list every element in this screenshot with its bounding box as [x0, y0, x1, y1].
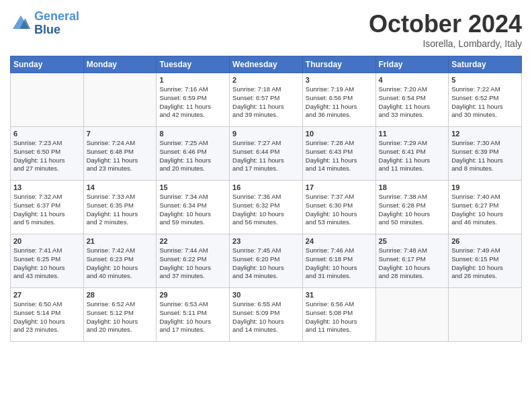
day-number: 25 — [379, 237, 446, 245]
day-number: 15 — [159, 183, 226, 191]
calendar-cell — [11, 73, 84, 127]
calendar-cell: 26Sunrise: 7:49 AM Sunset: 6:15 PM Dayli… — [449, 234, 522, 288]
cell-content: Sunrise: 7:30 AM Sunset: 6:39 PM Dayligh… — [451, 139, 519, 173]
calendar-cell: 27Sunrise: 6:50 AM Sunset: 5:14 PM Dayli… — [11, 288, 84, 342]
day-number: 24 — [306, 237, 373, 245]
cell-content: Sunrise: 7:24 AM Sunset: 6:48 PM Dayligh… — [87, 139, 154, 173]
location-subtitle: Isorella, Lombardy, Italy — [369, 38, 522, 49]
day-number: 1 — [159, 76, 226, 84]
cell-content: Sunrise: 7:28 AM Sunset: 6:43 PM Dayligh… — [306, 139, 373, 173]
cell-content: Sunrise: 7:27 AM Sunset: 6:44 PM Dayligh… — [232, 139, 300, 173]
day-number: 9 — [232, 130, 300, 138]
day-number: 20 — [13, 237, 81, 245]
day-number: 13 — [13, 183, 81, 191]
calendar-cell — [449, 288, 522, 342]
cell-content: Sunrise: 7:41 AM Sunset: 6:25 PM Dayligh… — [13, 246, 81, 281]
cell-content: Sunrise: 7:37 AM Sunset: 6:30 PM Dayligh… — [306, 193, 373, 227]
day-number: 2 — [232, 76, 300, 84]
cell-content: Sunrise: 7:48 AM Sunset: 6:17 PM Dayligh… — [379, 246, 446, 281]
calendar-cell: 1Sunrise: 7:16 AM Sunset: 6:59 PM Daylig… — [157, 73, 230, 127]
calendar-cell: 12Sunrise: 7:30 AM Sunset: 6:39 PM Dayli… — [449, 127, 522, 181]
calendar-cell: 7Sunrise: 7:24 AM Sunset: 6:48 PM Daylig… — [83, 127, 157, 181]
calendar-cell: 22Sunrise: 7:44 AM Sunset: 6:22 PM Dayli… — [157, 234, 230, 288]
calendar-cell: 23Sunrise: 7:45 AM Sunset: 6:20 PM Dayli… — [230, 234, 303, 288]
cell-content: Sunrise: 7:20 AM Sunset: 6:54 PM Dayligh… — [379, 85, 446, 120]
cell-content: Sunrise: 7:19 AM Sunset: 6:56 PM Dayligh… — [306, 85, 373, 120]
day-number: 3 — [306, 76, 373, 84]
calendar-cell: 28Sunrise: 6:52 AM Sunset: 5:12 PM Dayli… — [83, 288, 157, 342]
weekday-header: Monday — [83, 56, 157, 73]
weekday-header: Sunday — [11, 56, 84, 73]
calendar-table: SundayMondayTuesdayWednesdayThursdayFrid… — [10, 56, 522, 342]
calendar-week-row: 27Sunrise: 6:50 AM Sunset: 5:14 PM Dayli… — [11, 288, 522, 342]
cell-content: Sunrise: 7:25 AM Sunset: 6:46 PM Dayligh… — [159, 139, 226, 173]
day-number: 14 — [87, 183, 154, 191]
day-number: 21 — [87, 237, 154, 245]
day-number: 18 — [379, 183, 446, 191]
calendar-week-row: 1Sunrise: 7:16 AM Sunset: 6:59 PM Daylig… — [11, 73, 522, 127]
cell-content: Sunrise: 7:38 AM Sunset: 6:28 PM Dayligh… — [379, 193, 446, 227]
calendar-cell: 24Sunrise: 7:46 AM Sunset: 6:18 PM Dayli… — [302, 234, 375, 288]
calendar-cell: 17Sunrise: 7:37 AM Sunset: 6:30 PM Dayli… — [302, 181, 375, 234]
calendar-cell — [375, 288, 449, 342]
logo-icon — [10, 13, 32, 34]
day-number: 19 — [451, 183, 519, 191]
calendar-cell: 16Sunrise: 7:36 AM Sunset: 6:32 PM Dayli… — [230, 181, 303, 234]
day-number: 28 — [87, 291, 154, 299]
day-number: 27 — [13, 291, 81, 299]
calendar-cell: 29Sunrise: 6:53 AM Sunset: 5:11 PM Dayli… — [157, 288, 230, 342]
weekday-header: Friday — [375, 56, 449, 73]
cell-content: Sunrise: 7:40 AM Sunset: 6:27 PM Dayligh… — [451, 193, 519, 227]
calendar-week-row: 20Sunrise: 7:41 AM Sunset: 6:25 PM Dayli… — [11, 234, 522, 288]
logo-text: General Blue — [34, 10, 79, 37]
cell-content: Sunrise: 7:16 AM Sunset: 6:59 PM Dayligh… — [159, 85, 226, 120]
cell-content: Sunrise: 6:56 AM Sunset: 5:08 PM Dayligh… — [306, 300, 373, 334]
calendar-cell: 18Sunrise: 7:38 AM Sunset: 6:28 PM Dayli… — [375, 181, 449, 234]
calendar-cell: 9Sunrise: 7:27 AM Sunset: 6:44 PM Daylig… — [230, 127, 303, 181]
cell-content: Sunrise: 7:49 AM Sunset: 6:15 PM Dayligh… — [451, 246, 519, 281]
cell-content: Sunrise: 7:42 AM Sunset: 6:23 PM Dayligh… — [87, 246, 154, 281]
weekday-header: Thursday — [302, 56, 375, 73]
day-number: 11 — [379, 130, 446, 138]
calendar-cell: 19Sunrise: 7:40 AM Sunset: 6:27 PM Dayli… — [449, 181, 522, 234]
calendar-body: 1Sunrise: 7:16 AM Sunset: 6:59 PM Daylig… — [11, 73, 522, 342]
day-number: 8 — [159, 130, 226, 138]
calendar-cell: 3Sunrise: 7:19 AM Sunset: 6:56 PM Daylig… — [302, 73, 375, 127]
calendar-cell: 14Sunrise: 7:33 AM Sunset: 6:35 PM Dayli… — [83, 181, 157, 234]
calendar-week-row: 13Sunrise: 7:32 AM Sunset: 6:37 PM Dayli… — [11, 181, 522, 234]
calendar-cell: 10Sunrise: 7:28 AM Sunset: 6:43 PM Dayli… — [302, 127, 375, 181]
day-number: 10 — [306, 130, 373, 138]
day-number: 16 — [232, 183, 300, 191]
calendar-cell: 2Sunrise: 7:18 AM Sunset: 6:57 PM Daylig… — [230, 73, 303, 127]
calendar-cell: 21Sunrise: 7:42 AM Sunset: 6:23 PM Dayli… — [83, 234, 157, 288]
logo: General Blue — [10, 10, 79, 37]
cell-content: Sunrise: 7:32 AM Sunset: 6:37 PM Dayligh… — [13, 193, 81, 227]
cell-content: Sunrise: 7:22 AM Sunset: 6:52 PM Dayligh… — [451, 85, 519, 120]
day-number: 7 — [87, 130, 154, 138]
calendar-cell: 4Sunrise: 7:20 AM Sunset: 6:54 PM Daylig… — [375, 73, 449, 127]
cell-content: Sunrise: 6:52 AM Sunset: 5:12 PM Dayligh… — [87, 300, 154, 334]
day-number: 23 — [232, 237, 300, 245]
calendar-cell: 31Sunrise: 6:56 AM Sunset: 5:08 PM Dayli… — [302, 288, 375, 342]
cell-content: Sunrise: 7:45 AM Sunset: 6:20 PM Dayligh… — [232, 246, 300, 281]
day-number: 5 — [451, 76, 519, 84]
calendar-cell: 8Sunrise: 7:25 AM Sunset: 6:46 PM Daylig… — [157, 127, 230, 181]
cell-content: Sunrise: 7:34 AM Sunset: 6:34 PM Dayligh… — [159, 193, 226, 227]
day-number: 30 — [232, 291, 300, 299]
cell-content: Sunrise: 6:55 AM Sunset: 5:09 PM Dayligh… — [232, 300, 300, 334]
calendar-cell: 5Sunrise: 7:22 AM Sunset: 6:52 PM Daylig… — [449, 73, 522, 127]
calendar-cell: 20Sunrise: 7:41 AM Sunset: 6:25 PM Dayli… — [11, 234, 84, 288]
day-number: 22 — [159, 237, 226, 245]
day-number: 12 — [451, 130, 519, 138]
weekday-header: Tuesday — [157, 56, 230, 73]
calendar-header-row: SundayMondayTuesdayWednesdayThursdayFrid… — [11, 56, 522, 73]
cell-content: Sunrise: 7:46 AM Sunset: 6:18 PM Dayligh… — [306, 246, 373, 281]
cell-content: Sunrise: 6:53 AM Sunset: 5:11 PM Dayligh… — [159, 300, 226, 334]
day-number: 4 — [379, 76, 446, 84]
weekday-header: Saturday — [449, 56, 522, 73]
cell-content: Sunrise: 7:23 AM Sunset: 6:50 PM Dayligh… — [13, 139, 81, 173]
day-number: 31 — [306, 291, 373, 299]
cell-content: Sunrise: 6:50 AM Sunset: 5:14 PM Dayligh… — [13, 300, 81, 334]
weekday-header: Wednesday — [230, 56, 303, 73]
calendar-cell: 15Sunrise: 7:34 AM Sunset: 6:34 PM Dayli… — [157, 181, 230, 234]
